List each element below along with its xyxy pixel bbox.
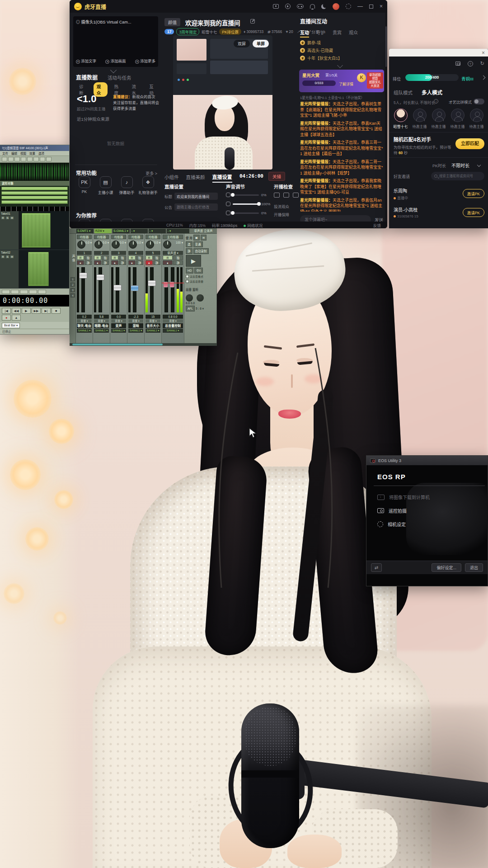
solo-button[interactable]: 独 [173,255,183,260]
mixer-scrollbar[interactable] [70,343,217,346]
output-dropdown[interactable]: SAMdL1 ▾ [145,329,160,333]
empty-slot-icon[interactable] [413,108,427,122]
chat-tab-互动[interactable]: 互动 [300,29,309,38]
settings-gear-icon[interactable] [346,4,351,9]
check-row1[interactable]: 演奏查看点 [186,274,216,278]
eos-preferences-button[interactable]: 偏好设定... [432,563,461,572]
track-lane[interactable] [19,211,69,250]
huya-titlebar[interactable]: 虎牙直播 — × [70,0,387,13]
mute-button[interactable]: 静 [153,260,160,265]
output-dropdown[interactable]: SAMdL1 ▾ [128,329,143,333]
tab-live-data[interactable]: 直播数据 [76,73,98,81]
output-dropdown[interactable]: SAMdL1 ▾ [111,329,126,333]
chat-tab-守护[interactable]: 守护 [316,29,325,38]
category-tag[interactable]: 颜值 [164,18,180,26]
bypass-button[interactable]: 变通 [193,241,203,247]
record-arm-button[interactable]: R [111,255,118,260]
record-arm-button[interactable]: R [145,255,153,260]
traffic-link[interactable]: 投流观众 [274,203,289,209]
track-btn-R[interactable]: R [1,216,5,220]
warning-icon[interactable] [274,193,280,198]
room-notice-input[interactable] [174,203,218,211]
out-knob[interactable] [186,294,193,302]
camera-source-label[interactable]: ◎ 摄像头1(OBS Virtual Cam... [76,19,155,25]
rail-button[interactable]: 1 [70,277,75,281]
track-header[interactable]: Take01RSM [0,211,19,250]
record-arm-button[interactable]: R [94,255,101,260]
pk-info-icon[interactable]: i [434,99,438,104]
checkbox-icon[interactable] [186,280,189,283]
mute-button[interactable]: 静 [119,260,126,265]
gamepad-icon[interactable] [297,4,304,9]
rec-indicator[interactable]: ● [145,260,153,265]
speaker-slider[interactable] [233,203,259,205]
pan-knob[interactable] [112,241,120,249]
event-detail-link[interactable]: 了解详情 [339,81,353,86]
edit-title-icon[interactable] [250,19,255,24]
waveform-object-row[interactable] [1,191,68,195]
transport-|◀[interactable]: |◀ [2,308,11,314]
pk-tab-multi[interactable]: 多人模式 [422,89,442,96]
pk-friend-invite-label[interactable]: 好友邀请 [394,174,410,179]
pk-tab-team[interactable]: 组队模式 [394,89,413,96]
mic-slider[interactable] [233,194,259,196]
pk-duration-chevron[interactable] [477,163,481,167]
solo-button[interactable]: 独 [84,255,92,260]
afl-button[interactable]: AFL [186,306,195,311]
screen-share-icon[interactable] [273,4,279,9]
bell-icon[interactable] [310,4,315,9]
hd-button[interactable]: HD [186,268,193,274]
common-tool-弹幕助手[interactable]: ♪弹幕助手 [117,176,137,195]
invite-pk-button[interactable]: 邀请PK [463,208,484,217]
fader-cap[interactable] [148,280,156,286]
add-source-button[interactable]: +添加更多 [135,58,155,64]
panel-tab-小组件[interactable]: 小组件 [164,174,179,180]
volume-dropdown[interactable]: 音量 ▾ [94,319,109,323]
theme-moon-icon[interactable] [321,4,326,9]
empty-slot-icon[interactable] [432,108,446,122]
transport-▶▶[interactable]: ▶▶ [32,308,41,314]
guarantee-link[interactable]: 开播保障 [274,212,289,217]
input-selector[interactable]: S-GMdL1 ▾ [113,229,130,233]
editor-titlebar[interactable]: 7(1)音频混音 S9F 44100 (30/1)-1声 [0,145,69,151]
mute-button[interactable]: 静 [102,260,109,265]
volume-dropdown[interactable]: 音量 ▾ [77,319,92,323]
center-button[interactable]: 中0 [194,268,202,274]
mute-button[interactable]: 静 [173,260,183,265]
slider-knob[interactable] [231,211,235,215]
slider-knob[interactable] [257,202,261,206]
monitor-knob[interactable] [197,294,204,302]
eq-button[interactable]: 均衡器 [77,235,92,239]
pk-rank-chevron[interactable] [481,75,486,80]
track-header[interactable]: Take02RSM [0,250,19,288]
user-avatar[interactable] [333,3,339,10]
chat-tab-观众[interactable]: 观众 [349,29,358,38]
record-arm-button[interactable]: R [77,255,84,260]
audio-clip[interactable] [22,213,51,248]
dual-screen-toggle[interactable]: 双屏 [234,40,250,47]
pk-help-icon[interactable]: ? [468,61,473,66]
transport-▲[interactable]: ▲ [12,315,21,321]
solo-button[interactable]: 独 [136,255,143,260]
pk-avatar-slot[interactable]: 待邀主播 [449,108,466,129]
rec-indicator[interactable]: ● [94,260,101,265]
solo-button[interactable]: 独 [153,255,160,260]
invite-pk-button[interactable]: 邀请PK [463,189,484,198]
check-row2[interactable]: 演奏总音量 [186,279,216,283]
auto-record-button[interactable]: 自动录制 [193,248,209,254]
track-btn-M[interactable]: M [10,255,14,259]
solo-button[interactable]: 独 [102,255,109,260]
eos-menu-remote-shooting[interactable]: 遥控拍摄 [377,507,407,514]
select-button[interactable]: 选 [186,241,192,247]
record-arm-button[interactable]: R [163,255,173,260]
common-tool-礼物答谢手[interactable]: ❖礼物答谢手 [138,176,158,195]
track-btn-S[interactable]: S [5,255,9,259]
solo-button[interactable]: 独 [119,255,126,260]
pk-search-box[interactable] [431,172,484,180]
pk-match-button[interactable]: 立即匹配 [455,138,484,149]
mute-all-button[interactable]: 静 [186,248,192,254]
track-btn-M[interactable]: M [10,216,14,220]
maximize-button[interactable] [369,5,373,9]
panel-tab-直播设置[interactable]: 直播设置 [212,173,232,183]
editor-rate-dropdown[interactable]: Beat Bar ▾ [2,323,20,328]
